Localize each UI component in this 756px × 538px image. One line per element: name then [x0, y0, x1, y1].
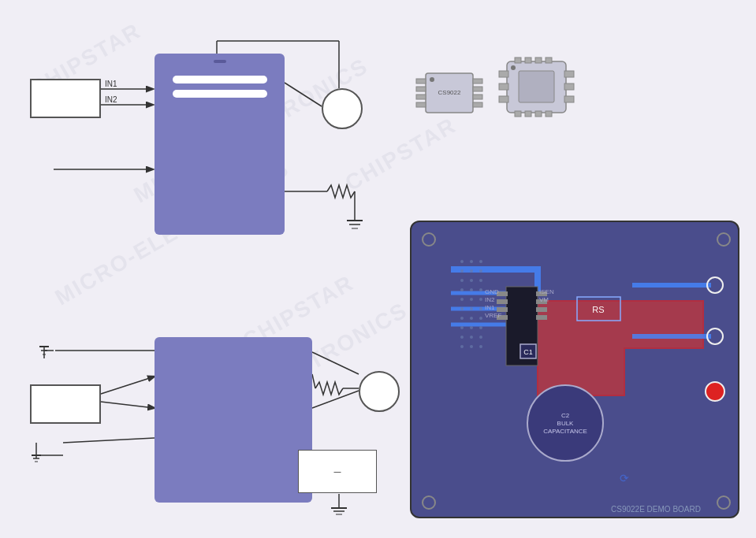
pcb-svg: RS C1 C2 BULK CAPACITANCE: [412, 222, 741, 520]
svg-point-56: [470, 269, 473, 273]
svg-point-81: [479, 345, 482, 348]
bdc-circle-top: [322, 88, 363, 129]
svg-point-76: [460, 336, 464, 339]
svg-point-58: [460, 279, 464, 282]
svg-point-66: [479, 298, 482, 301]
svg-text:GND: GND: [485, 288, 499, 295]
svg-rect-24: [564, 83, 574, 90]
svg-point-78: [479, 336, 482, 339]
svg-text:CAPACITANCE: CAPACITANCE: [543, 428, 587, 435]
svg-rect-5: [473, 79, 482, 83]
svg-rect-1: [416, 79, 426, 83]
chip-packages-area: CS9022: [410, 54, 583, 148]
svg-point-63: [479, 288, 482, 291]
svg-line-110: [101, 377, 155, 394]
svg-point-74: [470, 326, 473, 329]
svg-point-28: [423, 233, 435, 246]
svg-point-69: [479, 307, 482, 310]
svg-point-54: [479, 260, 482, 263]
fault-protection-block: [173, 90, 267, 98]
svg-point-65: [470, 298, 473, 301]
controller-top: [30, 79, 101, 118]
cap-divider: —: [334, 468, 341, 476]
svg-point-62: [470, 288, 473, 291]
svg-text:C2: C2: [561, 412, 570, 419]
svg-rect-42: [536, 307, 547, 312]
svg-text:IN2: IN2: [105, 95, 117, 104]
svg-point-9: [430, 77, 434, 82]
svg-text:⟳: ⟳: [620, 472, 629, 484]
svg-text:ISEN: ISEN: [539, 288, 554, 295]
svg-rect-8: [473, 102, 482, 107]
svg-rect-22: [499, 96, 508, 102]
svg-point-34: [706, 382, 724, 401]
svg-rect-6: [473, 87, 482, 91]
svg-rect-7: [473, 95, 482, 99]
svg-point-77: [470, 336, 473, 339]
svg-text:IN1: IN1: [485, 304, 495, 311]
svg-text:VREF: VREF: [485, 312, 501, 319]
svg-text:CS9022E DEMO BOARD: CS9022E DEMO BOARD: [611, 505, 701, 514]
svg-rect-25: [564, 96, 574, 102]
svg-point-31: [717, 496, 730, 509]
svg-rect-18: [535, 111, 542, 117]
svg-text:C1: C1: [523, 348, 533, 356]
svg-point-52: [460, 260, 464, 263]
svg-rect-20: [499, 71, 508, 77]
svg-point-71: [470, 317, 473, 320]
svg-point-29: [717, 233, 730, 246]
current-regulation-block: [173, 76, 267, 83]
ic-box-bot: [155, 337, 312, 503]
svg-point-73: [460, 326, 464, 329]
svg-point-59: [470, 279, 473, 282]
cap-box-bot: —: [298, 450, 377, 493]
svg-line-111: [101, 402, 155, 408]
svg-text:IN2: IN2: [485, 296, 495, 303]
svg-rect-23: [564, 71, 574, 77]
svg-point-55: [460, 269, 464, 273]
svg-point-53: [470, 260, 473, 263]
svg-rect-17: [525, 111, 531, 117]
svg-rect-43: [536, 315, 547, 320]
svg-point-30: [423, 496, 435, 509]
svg-line-121: [312, 391, 359, 408]
dfn-package: [495, 54, 582, 124]
svg-point-64: [460, 298, 464, 301]
ic-box-top: [155, 54, 285, 235]
svg-rect-4: [416, 102, 426, 107]
svg-point-75: [479, 326, 482, 329]
svg-point-67: [460, 307, 464, 310]
pcb-board: RS C1 C2 BULK CAPACITANCE: [410, 221, 739, 518]
svg-text:BULK: BULK: [557, 420, 575, 427]
svg-rect-37: [497, 299, 508, 304]
svg-rect-19: [546, 111, 552, 117]
bdc-circle-bot: [359, 371, 400, 412]
svg-text:VM: VM: [539, 296, 549, 303]
svg-line-120: [312, 352, 359, 374]
svg-rect-12: [515, 58, 521, 63]
chipstar-logo-top: [214, 60, 226, 63]
controller-bot: [30, 384, 101, 424]
svg-point-68: [470, 307, 473, 310]
svg-point-60: [479, 279, 482, 282]
svg-rect-14: [535, 58, 542, 63]
svg-rect-3: [416, 95, 426, 99]
sop8-package: CS9022: [410, 61, 489, 124]
svg-point-61: [460, 288, 464, 291]
svg-point-80: [470, 345, 473, 348]
svg-line-118: [312, 374, 315, 388]
svg-point-27: [511, 65, 516, 70]
svg-rect-16: [515, 111, 521, 117]
svg-rect-26: [519, 71, 554, 102]
svg-point-79: [460, 345, 464, 348]
svg-rect-2: [416, 87, 426, 91]
svg-line-112: [63, 438, 155, 443]
svg-point-57: [479, 269, 482, 273]
svg-point-70: [460, 317, 464, 320]
svg-text:CS9022: CS9022: [438, 89, 461, 96]
svg-rect-21: [499, 83, 508, 90]
svg-point-72: [479, 317, 482, 320]
svg-line-94: [285, 83, 322, 106]
svg-rect-13: [525, 58, 531, 63]
svg-rect-15: [546, 58, 552, 63]
